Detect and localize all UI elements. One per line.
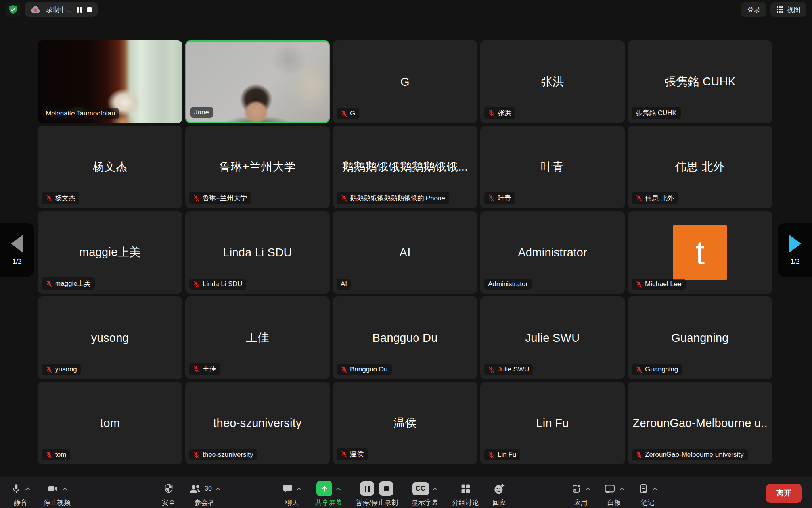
participant-grid: Melenaite Taumoefolau Jane G G 张洪 <box>38 40 772 464</box>
participant-name: maggie上美 <box>79 244 141 260</box>
participant-tile[interactable]: Julie SWU Julie SWU <box>480 296 625 379</box>
stop-recording-button[interactable] <box>87 5 92 14</box>
chevron-up-icon[interactable] <box>336 487 341 491</box>
previous-page-button[interactable]: 1/2 <box>0 223 34 277</box>
participant-tile[interactable]: 杨文杰 杨文杰 <box>38 126 182 208</box>
toolbar-button-participants[interactable]: 30参会者 <box>189 480 220 507</box>
toolbar-button-share-screen[interactable]: 共享屏幕 <box>315 480 342 507</box>
participant-tile[interactable]: yusong yusong <box>38 296 182 379</box>
toolbar-icon-row <box>316 480 341 497</box>
participant-label-text: 鹅鹅鹅饿饿鹅鹅鹅饿饿的iPhone <box>350 194 445 203</box>
toolbar-button-security[interactable]: 安全 <box>162 480 175 507</box>
participant-label-text: Michael Lee <box>645 280 682 288</box>
microphone-icon <box>11 483 21 494</box>
toolbar-button-whiteboard[interactable]: 白板 <box>604 480 624 507</box>
participant-tile[interactable]: 鲁琳+兰州大学 鲁琳+兰州大学 <box>185 126 330 208</box>
participant-label-text: Linda Li SDU <box>203 280 242 288</box>
toolbar-button-label: 应用 <box>574 498 588 507</box>
chevron-up-icon[interactable] <box>215 487 220 491</box>
muted-mic-icon <box>193 366 200 372</box>
participant-tile[interactable]: 鹅鹅鹅饿饿鹅鹅鹅饿饿... 鹅鹅鹅饿饿鹅鹅鹅饿饿的iPhone <box>333 126 477 208</box>
participant-tile[interactable]: 温侯 温侯 <box>333 382 477 464</box>
toolbar-button-show-captions[interactable]: CC显示字幕 <box>412 480 439 507</box>
toolbar-button-label: 回应 <box>492 498 506 507</box>
recording-status-label: 录制中... <box>46 5 72 14</box>
participant-tile[interactable]: Melenaite Taumoefolau <box>38 40 182 123</box>
chevron-up-icon[interactable] <box>652 487 657 491</box>
toolbar-button-label: 共享屏幕 <box>315 498 342 507</box>
participant-tile[interactable]: 張隽銘 CUHK 張隽銘 CUHK <box>628 40 772 123</box>
participant-tile[interactable]: ZerounGao-Melbourne u... ZerounGao-Melbo… <box>628 382 772 464</box>
participant-tile[interactable]: 伟思 北外 伟思 北外 <box>628 126 772 208</box>
chevron-up-icon[interactable] <box>297 487 302 491</box>
stop-record-button[interactable] <box>379 481 393 496</box>
participant-label: Jane <box>190 107 213 118</box>
participant-tile[interactable]: Jane <box>185 40 330 123</box>
participant-label-text: Melenaite Taumoefolau <box>46 110 115 117</box>
next-page-button[interactable]: 1/2 <box>778 223 812 277</box>
chevron-up-icon[interactable] <box>619 487 624 491</box>
participant-tile[interactable]: 叶青 叶青 <box>480 126 625 208</box>
participant-label: 伟思 北外 <box>632 192 678 204</box>
view-button[interactable]: 视图 <box>770 2 806 17</box>
reactions-icon <box>493 483 505 495</box>
leave-button[interactable]: 离开 <box>766 484 802 503</box>
muted-mic-icon <box>193 281 200 288</box>
participant-label-text: 王佳 <box>203 364 216 373</box>
participant-tile[interactable]: theo-szuniversity theo-szuniversity <box>185 382 330 464</box>
toolbar-button-apps[interactable]: 应用 <box>571 480 590 507</box>
participant-label-text: 张洪 <box>498 108 511 117</box>
share-screen-green-box <box>316 481 332 496</box>
participant-name: 温侯 <box>393 415 417 431</box>
muted-mic-icon <box>193 195 200 202</box>
participant-label: ZerounGao-Melbourne university <box>632 449 748 460</box>
toolbar-button-reactions[interactable]: 回应 <box>492 480 506 507</box>
chevron-up-icon[interactable] <box>585 487 590 491</box>
toolbar-button-stop-video[interactable]: 停止视频 <box>44 480 71 507</box>
participant-tile[interactable]: Linda Li SDU Linda Li SDU <box>185 211 330 294</box>
toolbar-icon-row: CC <box>412 480 438 497</box>
participant-tile[interactable]: AI AI <box>333 211 477 294</box>
participant-label: 叶青 <box>484 192 515 204</box>
whiteboard-icon <box>604 483 616 494</box>
participant-tile[interactable]: Bangguo Du Bangguo Du <box>333 296 477 379</box>
participant-tile[interactable]: Lin Fu Lin Fu <box>480 382 625 464</box>
participant-label: yusong <box>42 364 81 375</box>
closed-captions-icon: CC <box>412 482 429 495</box>
toolbar-button-label: 停止视频 <box>44 498 71 507</box>
pause-record-button[interactable] <box>360 481 374 496</box>
login-button[interactable]: 登录 <box>741 2 766 17</box>
participant-tile[interactable]: 王佳 王佳 <box>185 296 330 379</box>
muted-mic-icon <box>488 110 495 116</box>
toolbar-button-breakout-rooms[interactable]: 分组讨论 <box>452 480 479 507</box>
toolbar-button-notes[interactable]: 笔记 <box>638 480 657 507</box>
participant-tile[interactable]: t Michael Lee <box>628 211 772 294</box>
participant-label-text: ZerounGao-Melbourne university <box>645 451 744 459</box>
participant-tile[interactable]: maggie上美 maggie上美 <box>38 211 182 294</box>
participant-tile[interactable]: G G <box>333 40 477 123</box>
participant-tile[interactable]: 张洪 张洪 <box>480 40 625 123</box>
participants-icon <box>189 483 201 494</box>
toolbar-button-mute[interactable]: 静音 <box>11 480 30 507</box>
pause-recording-button[interactable] <box>77 5 82 14</box>
muted-mic-icon <box>636 195 642 202</box>
breakout-rooms-icon <box>460 483 471 494</box>
participant-label: Lin Fu <box>484 449 520 460</box>
participant-name: theo-szuniversity <box>213 417 302 430</box>
toolbar-group-apps: 应用白板笔记 <box>571 480 657 507</box>
chevron-up-icon[interactable] <box>433 487 438 491</box>
toolbar-icon-row: 30 <box>189 480 220 497</box>
muted-mic-icon <box>341 110 347 117</box>
pause-stop-record-icons <box>360 481 393 496</box>
participant-label: Julie SWU <box>484 364 533 375</box>
participant-tile[interactable]: Administrator Administrator <box>480 211 625 294</box>
participant-tile[interactable]: tom tom <box>38 382 182 464</box>
participant-label: 王佳 <box>189 363 220 375</box>
chevron-up-icon[interactable] <box>25 487 30 491</box>
toolbar-button-chat[interactable]: 聊天 <box>282 480 302 507</box>
chevron-up-icon[interactable] <box>62 487 67 491</box>
security-verified-badge[interactable] <box>6 2 21 17</box>
muted-mic-icon <box>636 452 642 458</box>
toolbar-button-pause-stop-recording[interactable]: 暂停/停止录制 <box>356 480 398 507</box>
participant-tile[interactable]: Guangning Guangning <box>628 296 772 379</box>
